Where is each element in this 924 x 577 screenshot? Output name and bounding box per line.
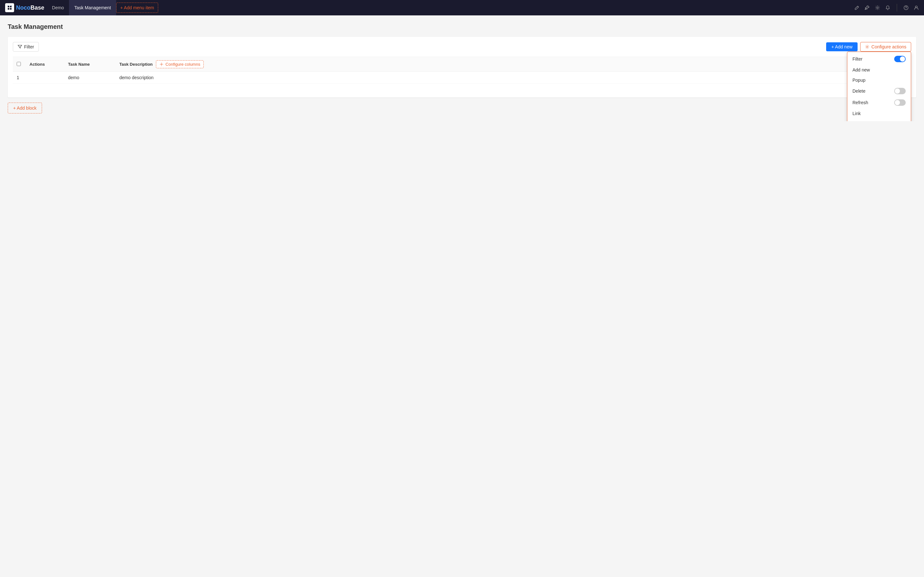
task-block: Filter + Add new Configure actions [8,37,916,97]
select-all-checkbox[interactable] [17,62,21,66]
table-header-row: Actions Task Name Task Description [13,57,911,72]
header-task-description: Task Description Configure columns [115,57,911,72]
nav-task-management[interactable]: Task Management [69,0,116,15]
block-toolbar: Filter + Add new Configure actions [13,42,911,52]
svg-point-2 [906,9,906,9]
dropdown-item-custom-request[interactable]: Custom request [847,119,911,121]
row-task-description: demo description [115,72,911,84]
header-task-name: Task Name [64,57,115,72]
add-new-label: + Add new [831,44,853,49]
brand-logo [5,3,14,12]
row-checkbox-cell: 1 [13,72,26,84]
header-actions: Actions [26,57,64,72]
brand-noco: Noco [16,5,31,11]
add-block-button[interactable]: + Add block [8,103,42,113]
dropdown-item-delete[interactable]: Delete [847,85,911,97]
add-menu-item-button[interactable]: + Add menu item [116,3,158,13]
configure-columns-icon [160,62,164,66]
task-name-value: demo [68,75,79,80]
dropdown-link-label: Link [853,111,861,116]
configure-actions-dropdown: Filter Add new Popup Delete [847,52,911,121]
svg-point-0 [877,7,879,9]
dropdown-item-filter[interactable]: Filter [847,53,911,65]
dropdown-delete-label: Delete [853,89,865,93]
nav-demo[interactable]: Demo [47,0,69,15]
dropdown-item-refresh[interactable]: Refresh [847,97,911,108]
toolbar-right: + Add new Configure actions F [826,42,911,52]
table-row: 1 demo demo description [13,72,911,84]
configure-actions-icon [865,45,869,49]
task-table: Actions Task Name Task Description [13,57,911,84]
dropdown-add-new-label: Add new [853,67,870,73]
filter-button[interactable]: Filter [13,42,39,52]
brand: NocoBase [5,3,44,12]
page-content: Task Management Filter + Add new [0,15,924,121]
brand-base: Base [31,5,44,11]
header-task-name-label: Task Name [68,62,90,67]
filter-toggle[interactable] [894,56,906,62]
settings-icon[interactable] [875,5,880,10]
row-actions-cell [26,72,64,84]
navbar: NocoBase Demo Task Management + Add menu… [0,0,924,15]
dropdown-item-popup[interactable]: Popup [847,75,911,85]
dropdown-item-link[interactable]: Link [847,108,911,119]
dropdown-refresh-label: Refresh [853,100,868,105]
pin-icon[interactable] [865,5,870,10]
header-task-desc-label: Task Description [120,62,153,67]
header-actions-label: Actions [29,62,45,67]
svg-point-4 [867,46,868,47]
task-description-value: demo description [120,75,153,80]
brand-text: NocoBase [16,5,44,11]
configure-actions-label: Configure actions [871,44,906,49]
question-icon[interactable] [903,5,909,10]
bell-icon[interactable] [885,5,890,10]
brush-icon[interactable] [855,5,859,10]
configure-columns-label: Configure columns [166,62,200,67]
configure-actions-wrapper: Configure actions Filter Add new [860,42,911,52]
configure-actions-button[interactable]: Configure actions [860,42,911,52]
navbar-icons [855,4,919,11]
header-checkbox-cell [13,57,26,72]
svg-point-5 [161,64,162,65]
configure-columns-button[interactable]: Configure columns [156,60,204,68]
row-id: 1 [17,75,19,80]
filter-icon [18,45,22,49]
filter-label: Filter [24,44,34,49]
user-icon[interactable] [914,5,919,10]
refresh-toggle[interactable] [894,99,906,106]
page-title: Task Management [8,23,916,31]
row-task-name: demo [64,72,115,84]
add-block-label: + Add block [13,105,37,111]
total-items: Total 1 items [13,84,911,92]
add-new-button[interactable]: + Add new [826,42,858,51]
dropdown-popup-label: Popup [853,77,865,83]
dropdown-filter-label: Filter [853,56,863,61]
delete-toggle[interactable] [894,88,906,94]
dropdown-item-add-new[interactable]: Add new [847,65,911,75]
